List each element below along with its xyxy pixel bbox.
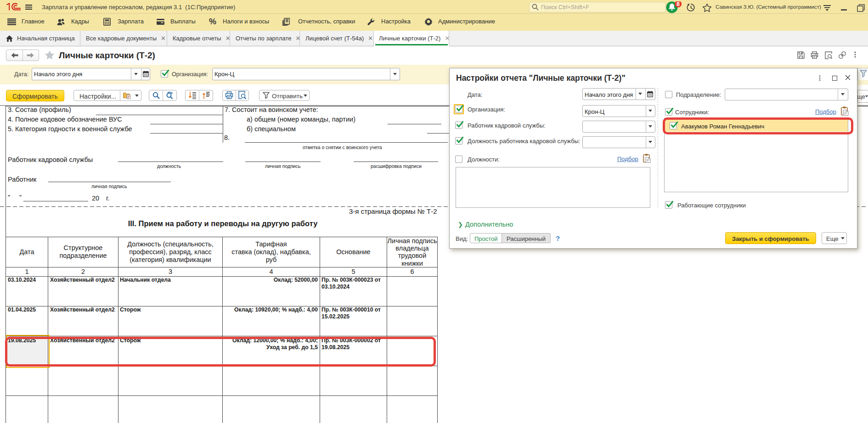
svg-text:8: 8	[676, 1, 680, 7]
